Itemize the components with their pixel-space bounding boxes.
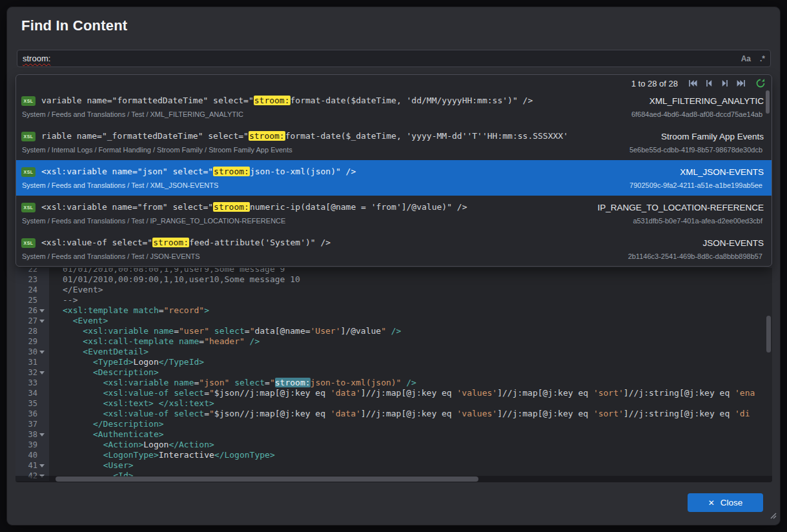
editor-code-text: <Action>Logon</Action> xyxy=(49,440,214,450)
line-number: 24 xyxy=(15,285,37,295)
search-input[interactable]: stroom: Aa .* xyxy=(17,50,771,67)
fold-spacer xyxy=(37,274,46,285)
line-number: 31 xyxy=(15,357,37,367)
fold-spacer xyxy=(37,357,46,367)
editor-gutter-cell: 35 xyxy=(15,398,49,409)
search-results-panel: 1 to 28 of 28 XSLvariable name="formatte… xyxy=(15,74,772,267)
fold-spacer xyxy=(37,285,46,295)
fold-toggle-icon[interactable] xyxy=(37,460,46,471)
match-highlight: stroom: xyxy=(213,167,250,176)
editor-code-text: <xsl:variable name="json" select="stroom… xyxy=(49,378,416,388)
result-row[interactable]: XSL<xsl:variable name="json" select="str… xyxy=(16,160,772,196)
fold-spacer xyxy=(37,450,46,460)
editor-code-text: <Authenticate> xyxy=(49,429,164,440)
editor-line: 34 <xsl:value-of select="$json//j:map[@j… xyxy=(15,388,772,398)
xslt-document-icon: XSL xyxy=(21,96,36,106)
fold-spacer xyxy=(37,409,46,419)
fold-spacer xyxy=(37,268,46,274)
line-number: 30 xyxy=(15,347,37,357)
close-button[interactable]: ✕ Close xyxy=(688,493,763,512)
editor-code-text: <Description> xyxy=(49,367,159,378)
editor-match-highlight: stroom: xyxy=(275,378,311,387)
result-doc-title: XML_JSON-EVENTS xyxy=(680,167,764,177)
editor-code-text: <xsl:text> </xsl:text> xyxy=(49,398,214,409)
editor-gutter-cell: 26 xyxy=(15,305,49,316)
result-row[interactable]: XSLvariable name="formattedDateTime" sel… xyxy=(16,89,772,125)
editor-line: 32 <Description> xyxy=(15,367,772,378)
editor-gutter-cell: 25 xyxy=(15,295,49,305)
match-case-toggle-icon[interactable]: Aa xyxy=(741,54,751,63)
fold-toggle-icon[interactable] xyxy=(37,429,46,440)
result-path: System / Feeds and Translations / Test /… xyxy=(22,252,200,260)
editor-code-text: 01/01/2010,00:08:00,1,9,user9,Some messa… xyxy=(49,268,285,274)
line-number: 34 xyxy=(15,388,37,398)
editor-line: 37 </Description> xyxy=(15,419,772,429)
xslt-document-icon: XSL xyxy=(21,167,36,177)
editor-code-text: --> xyxy=(49,295,77,305)
code-editor[interactable]: 2201/01/2010,00:08:00,1,9,user9,Some mes… xyxy=(15,268,772,482)
line-number: 40 xyxy=(15,450,37,460)
editor-gutter-cell: 38 xyxy=(15,429,49,440)
result-snippet: variable name="formattedDateTime" select… xyxy=(41,94,638,107)
result-snippet: <xsl:value-of select="stroom:feed-attrib… xyxy=(41,236,691,249)
editor-gutter-cell: 40 xyxy=(15,450,49,460)
fold-spacer xyxy=(37,440,46,450)
editor-line: 2301/01/2010,00:09:00,1,10,user10,Some m… xyxy=(15,274,772,285)
editor-hscroll-thumb[interactable] xyxy=(56,476,478,482)
fold-spacer xyxy=(37,326,46,336)
match-highlight: stroom: xyxy=(213,202,250,212)
line-number: 32 xyxy=(15,367,37,378)
dialog-title: Find In Content xyxy=(21,17,127,34)
regex-toggle-icon[interactable]: .* xyxy=(760,54,765,63)
last-page-icon[interactable] xyxy=(734,77,748,89)
first-page-icon[interactable] xyxy=(686,77,700,89)
fold-toggle-icon[interactable] xyxy=(37,347,46,357)
result-path: System / Feeds and Translations / Test /… xyxy=(22,110,243,118)
fold-spacer xyxy=(37,295,46,305)
result-doc-title: JSON-EVENTS xyxy=(702,238,764,248)
editor-code-text: 01/01/2010,00:09:00,1,10,user10,Some mes… xyxy=(49,274,300,285)
editor-line: 24</Event> xyxy=(15,285,772,295)
editor-gutter-cell: 24 xyxy=(15,285,49,295)
next-page-icon[interactable] xyxy=(718,77,732,89)
result-uuid: 6f684aed-4bd6-4ad8-af08-dccd75ae14ab xyxy=(631,110,762,118)
editor-line: 35 <xsl:text> </xsl:text> xyxy=(15,398,772,409)
refresh-icon[interactable] xyxy=(753,77,768,89)
editor-gutter-cell: 33 xyxy=(15,378,49,388)
editor-vscroll-thumb[interactable] xyxy=(766,316,771,353)
line-number: 41 xyxy=(15,460,37,471)
fold-toggle-icon[interactable] xyxy=(37,305,46,316)
fold-spacer xyxy=(37,388,46,398)
editor-code-text: <xsl:value-of select="$json//j:map[@j:ke… xyxy=(49,388,755,398)
editor-gutter-cell: 27 xyxy=(15,316,49,326)
editor-code-text: <LogonType>Interactive</LogonType> xyxy=(49,450,275,460)
result-path: System / Feeds and Translations / Test /… xyxy=(22,181,218,189)
result-row[interactable]: XSL<xsl:variable name="from" select="str… xyxy=(16,196,772,231)
resize-grip-icon[interactable] xyxy=(768,510,777,522)
editor-code-text: <xsl:template match="record"> xyxy=(49,305,209,316)
fold-toggle-icon[interactable] xyxy=(37,316,46,326)
editor-gutter-cell: 23 xyxy=(15,274,49,285)
previous-page-icon[interactable] xyxy=(702,77,716,89)
fold-spacer xyxy=(37,336,46,347)
line-number: 22 xyxy=(15,268,37,274)
editor-horizontal-scrollbar xyxy=(15,476,772,482)
fold-spacer xyxy=(37,398,46,409)
results-scrollbar-thumb[interactable] xyxy=(766,90,770,114)
fold-toggle-icon[interactable] xyxy=(37,367,46,378)
editor-lines: 2201/01/2010,00:08:00,1,9,user9,Some mes… xyxy=(15,268,772,481)
line-number: 26 xyxy=(15,305,37,316)
editor-line: 30 <EventDetail> xyxy=(15,347,772,357)
result-row[interactable]: XSL<xsl:value-of select="stroom:feed-att… xyxy=(16,231,772,267)
line-number: 29 xyxy=(15,336,37,347)
editor-gutter-cell: 31 xyxy=(15,357,49,367)
match-highlight: stroom: xyxy=(249,131,285,141)
line-number: 27 xyxy=(15,316,37,326)
result-row[interactable]: XSLriable name="_formattedDateTime" sele… xyxy=(16,125,772,160)
result-uuid: a531dfb5-b0e7-401a-afea-d2ee00ed3cbf xyxy=(633,217,762,225)
editor-gutter-cell: 39 xyxy=(15,440,49,450)
fold-spacer xyxy=(37,419,46,429)
line-number: 37 xyxy=(15,419,37,429)
editor-gutter-cell: 29 xyxy=(15,336,49,347)
line-number: 39 xyxy=(15,440,37,450)
